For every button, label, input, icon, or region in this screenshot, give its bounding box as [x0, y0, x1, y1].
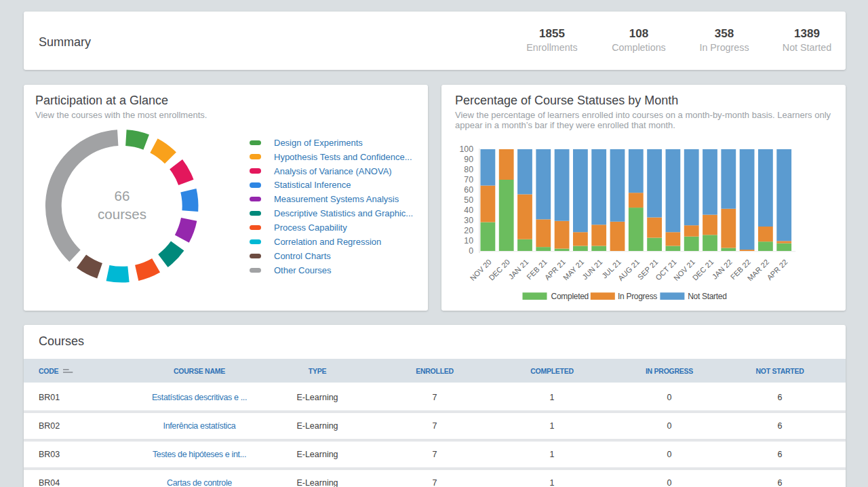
svg-text:70: 70	[464, 175, 473, 184]
svg-text:APR 22: APR 22	[765, 258, 789, 281]
svg-text:60: 60	[464, 185, 473, 195]
svg-text:Not Started: Not Started	[688, 292, 726, 301]
svg-text:DEC 21: DEC 21	[691, 258, 715, 282]
svg-text:Completed: Completed	[551, 292, 589, 301]
svg-text:0: 0	[469, 246, 473, 256]
svg-text:40: 40	[464, 206, 473, 215]
svg-text:90: 90	[464, 155, 473, 164]
svg-text:In Progress: In Progress	[618, 292, 657, 301]
svg-text:50: 50	[464, 195, 473, 205]
svg-text:JUN 21: JUN 21	[580, 258, 604, 281]
svg-text:100: 100	[459, 144, 473, 154]
svg-text:10: 10	[464, 236, 473, 246]
svg-text:20: 20	[464, 226, 473, 235]
svg-text:MAY 21: MAY 21	[561, 258, 585, 281]
svg-text:30: 30	[464, 216, 473, 225]
svg-text:DEC 20: DEC 20	[487, 258, 511, 282]
svg-text:80: 80	[464, 165, 473, 174]
